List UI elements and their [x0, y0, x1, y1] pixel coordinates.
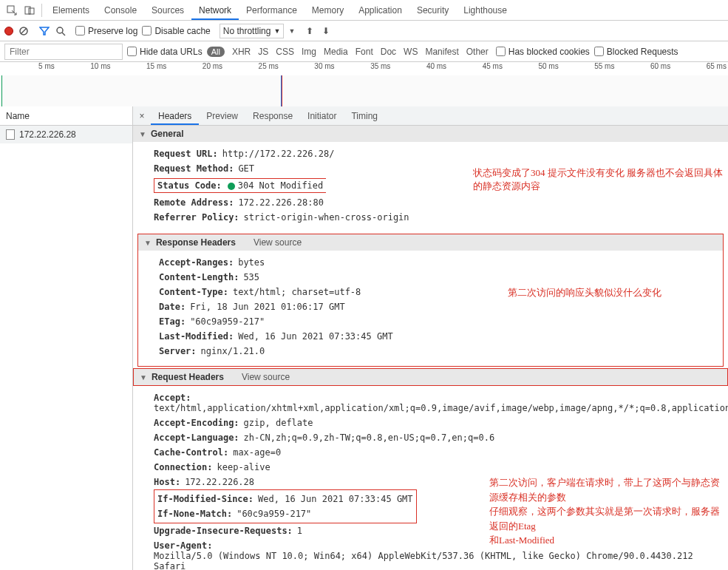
- annotation: 状态码变成了304 提示文件没有变化 服务器也不会返回具体的静态资源内容: [473, 166, 728, 193]
- upload-icon[interactable]: ⬆: [304, 25, 316, 37]
- timeline-tick: 40 ms: [392, 62, 448, 75]
- tab-application[interactable]: Application: [351, 1, 409, 20]
- header-row: If-None-Match:"60c9a959-217": [157, 506, 413, 521]
- filter-all[interactable]: All: [207, 47, 225, 57]
- tab-sources[interactable]: Sources: [144, 1, 191, 20]
- svg-line-6: [62, 33, 65, 35]
- type-filter-font[interactable]: Font: [353, 47, 376, 57]
- timeline-tick: 65 ms: [672, 62, 728, 75]
- clear-button[interactable]: [18, 25, 30, 37]
- detail-tab-timing[interactable]: Timing: [344, 107, 385, 125]
- header-value: Mozilla/5.0 (Windows NT 10.0; Win64; x64…: [154, 551, 722, 570]
- header-row: Connection:keep-alive: [154, 460, 722, 475]
- detail-tab-response[interactable]: Response: [245, 107, 300, 125]
- header-row: Accept-Ranges:bytes: [159, 255, 717, 270]
- tab-performance[interactable]: Performance: [239, 1, 305, 20]
- header-key: Accept-Encoding:: [154, 418, 239, 428]
- svg-line-4: [21, 28, 27, 34]
- header-value: max-age=0: [233, 447, 281, 458]
- header-row: Request URL:http://172.22.226.28/: [154, 146, 722, 161]
- filter-input[interactable]: [4, 44, 123, 60]
- timeline-tick: 30 ms: [280, 62, 336, 75]
- inspect-icon[interactable]: [3, 1, 21, 19]
- timeline-tick: 35 ms: [336, 62, 392, 75]
- type-filter-xhr[interactable]: XHR: [229, 47, 254, 57]
- detail-tab-initiator[interactable]: Initiator: [300, 107, 344, 125]
- header-value: gzip, deflate: [244, 418, 313, 428]
- header-row: Accept-Encoding:gzip, deflate: [154, 415, 722, 430]
- header-value: 172.22.226.28: [185, 477, 254, 487]
- header-key: Request Method:: [154, 163, 234, 174]
- header-row: Server:nginx/1.21.0: [159, 344, 717, 359]
- timeline-tick: 5 ms: [0, 62, 56, 75]
- header-row: Accept-Language:zh-CN,zh;q=0.9,zh-TW;q=0…: [154, 430, 722, 445]
- header-value: "60c9a959-217": [237, 509, 311, 519]
- detail-tab-headers[interactable]: Headers: [151, 107, 199, 125]
- timeline-tick: 60 ms: [616, 62, 672, 75]
- type-filter-js[interactable]: JS: [255, 47, 271, 57]
- device-icon[interactable]: [21, 1, 38, 19]
- type-filter-other[interactable]: Other: [463, 47, 491, 57]
- name-column-header[interactable]: Name: [0, 106, 132, 126]
- tab-lighthouse[interactable]: Lighthouse: [456, 1, 514, 20]
- request-headers-section-header[interactable]: ▼Request HeadersView source: [133, 368, 728, 386]
- timeline-tick: 45 ms: [448, 62, 504, 75]
- header-key: Last-Modified:: [159, 331, 234, 342]
- type-filter-doc[interactable]: Doc: [378, 47, 399, 57]
- header-value: zh-CN,zh;q=0.9,zh-TW;q=0.8,en-US;q=0.7,e…: [244, 432, 495, 443]
- preserve-log-checkbox[interactable]: Preserve log: [75, 26, 137, 36]
- timeline-tick: 20 ms: [168, 62, 224, 75]
- hide-data-urls-checkbox[interactable]: Hide data URLs: [127, 47, 203, 57]
- has-blocked-checkbox[interactable]: Has blocked cookies: [496, 47, 590, 57]
- request-list: Name 172.22.226.28: [0, 106, 133, 570]
- header-key: Accept-Language:: [154, 432, 239, 443]
- header-key: Status Code:: [157, 180, 222, 191]
- tab-memory[interactable]: Memory: [305, 1, 351, 20]
- svg-point-5: [57, 27, 63, 33]
- timeline-tick: 15 ms: [112, 62, 169, 75]
- header-value: text/html; charset=utf-8: [233, 287, 361, 297]
- timeline-tick: 55 ms: [560, 62, 616, 75]
- header-key: If-Modified-Since:: [157, 494, 254, 504]
- type-filter-img[interactable]: Img: [299, 47, 319, 57]
- header-value: strict-origin-when-cross-origin: [244, 212, 409, 223]
- detail-tab-preview[interactable]: Preview: [199, 107, 245, 125]
- type-filter-media[interactable]: Media: [321, 47, 351, 57]
- header-value: "60c9a959-217": [190, 316, 265, 327]
- timeline-tick: 10 ms: [56, 62, 112, 75]
- tab-security[interactable]: Security: [409, 1, 456, 20]
- document-icon: [6, 129, 15, 140]
- header-row: Last-Modified:Wed, 16 Jun 2021 07:33:45 …: [159, 329, 717, 344]
- blocked-requests-checkbox[interactable]: Blocked Requests: [594, 47, 678, 57]
- response-headers-section-header[interactable]: ▼Response HeadersView source: [138, 234, 723, 251]
- type-filter-manifest[interactable]: Manifest: [422, 47, 461, 57]
- type-filter-ws[interactable]: WS: [401, 47, 421, 57]
- tab-network[interactable]: Network: [191, 1, 239, 20]
- tab-elements[interactable]: Elements: [45, 1, 97, 20]
- timeline[interactable]: 5 ms10 ms15 ms20 ms25 ms30 ms35 ms40 ms4…: [0, 62, 728, 106]
- close-icon[interactable]: ×: [133, 111, 151, 121]
- header-row: Accept:text/html,application/xhtml+xml,a…: [154, 390, 722, 415]
- header-key: Accept:: [154, 393, 191, 403]
- main-toolbar: ElementsConsoleSourcesNetworkPerformance…: [0, 0, 728, 21]
- type-filter-css[interactable]: CSS: [273, 47, 297, 57]
- svg-rect-2: [29, 8, 34, 14]
- request-row[interactable]: 172.22.226.28: [0, 126, 132, 143]
- record-button[interactable]: [4, 27, 13, 35]
- filter-icon[interactable]: [38, 25, 50, 37]
- request-name: 172.22.226.28: [19, 129, 76, 140]
- timeline-marker: [1, 75, 2, 106]
- throttling-select[interactable]: No throttling▼: [220, 24, 285, 38]
- view-source-link[interactable]: View source: [254, 237, 302, 248]
- header-key: Upgrade-Insecure-Requests:: [154, 526, 293, 536]
- tab-console[interactable]: Console: [97, 1, 144, 20]
- header-value: 535: [243, 272, 259, 282]
- header-value: http://172.22.226.28/: [222, 149, 335, 159]
- search-icon[interactable]: [55, 25, 67, 37]
- download-icon[interactable]: ⬇: [320, 25, 332, 37]
- header-key: Server:: [159, 346, 197, 356]
- header-row: ETag:"60c9a959-217": [159, 314, 717, 329]
- disable-cache-checkbox[interactable]: Disable cache: [142, 26, 210, 36]
- view-source-link[interactable]: View source: [242, 372, 290, 382]
- general-section-header[interactable]: ▼General: [133, 126, 728, 142]
